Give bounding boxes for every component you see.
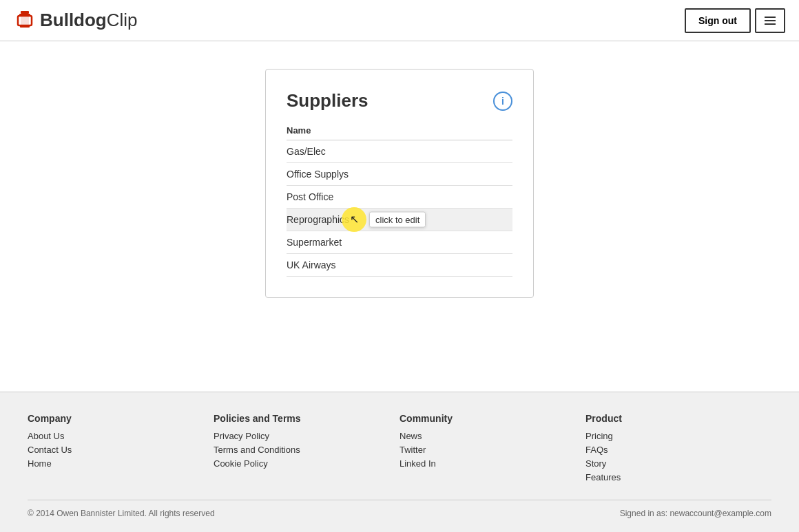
logo[interactable]: BulldogClip bbox=[14, 10, 138, 32]
svg-rect-3 bbox=[21, 16, 29, 25]
footer-col: ProductPricingFAQsStoryFeatures bbox=[585, 413, 771, 486]
footer-col: CompanyAbout UsContact UsHome bbox=[28, 413, 214, 486]
suppliers-tbody: Gas/ElecOffice SupplysPost OfficeReprogr… bbox=[287, 140, 512, 277]
signed-in: Signed in as: newaccount@example.com bbox=[620, 509, 771, 518]
footer-link[interactable]: News bbox=[400, 431, 585, 441]
footer-bottom: © 2014 Owen Bannister Limited. All right… bbox=[28, 500, 771, 518]
footer-columns: CompanyAbout UsContact UsHomePolicies an… bbox=[28, 413, 771, 486]
row-name[interactable]: UK Airways bbox=[287, 254, 512, 277]
footer-col-title: Policies and Terms bbox=[214, 413, 400, 424]
footer-link[interactable]: About Us bbox=[28, 431, 214, 441]
copyright: © 2014 Owen Bannister Limited. All right… bbox=[28, 509, 215, 518]
footer-col-title: Community bbox=[400, 413, 585, 424]
row-name: Reprographics bbox=[287, 214, 349, 225]
svg-rect-0 bbox=[21, 11, 29, 14]
card-title: Suppliers bbox=[287, 90, 368, 111]
table-row[interactable]: Office Supplys bbox=[287, 163, 512, 186]
row-name[interactable]: Supermarket bbox=[287, 231, 512, 254]
footer: CompanyAbout UsContact UsHomePolicies an… bbox=[0, 392, 799, 532]
table-header: Name bbox=[287, 123, 512, 140]
footer-link[interactable]: Story bbox=[585, 458, 771, 469]
svg-rect-4 bbox=[20, 25, 30, 28]
menu-line-2 bbox=[765, 20, 776, 21]
header: BulldogClip Sign out bbox=[0, 0, 799, 41]
table-row[interactable]: Reprographics↖click to edit bbox=[287, 209, 512, 231]
footer-col: Policies and TermsPrivacy PolicyTerms an… bbox=[214, 413, 400, 486]
footer-link[interactable]: Twitter bbox=[400, 445, 585, 455]
menu-line-1 bbox=[765, 17, 776, 18]
suppliers-card: Suppliers i Name Gas/ElecOffice SupplysP… bbox=[265, 69, 534, 298]
footer-col-title: Company bbox=[28, 413, 214, 424]
suppliers-table: Name Gas/ElecOffice SupplysPost OfficeRe… bbox=[287, 123, 512, 277]
footer-link[interactable]: Privacy Policy bbox=[214, 431, 400, 441]
menu-line-3 bbox=[765, 23, 776, 25]
footer-link[interactable]: Cookie Policy bbox=[214, 458, 400, 469]
footer-link[interactable]: FAQs bbox=[585, 445, 771, 455]
footer-link[interactable]: Home bbox=[28, 458, 214, 469]
menu-button[interactable] bbox=[755, 8, 785, 33]
footer-link[interactable]: Linked In bbox=[400, 458, 585, 469]
cursor-arrow-icon: ↖ bbox=[350, 214, 359, 225]
edit-tooltip: click to edit bbox=[369, 212, 426, 228]
footer-link[interactable]: Terms and Conditions bbox=[214, 445, 400, 455]
table-row[interactable]: Gas/Elec bbox=[287, 140, 512, 163]
footer-col-title: Product bbox=[585, 413, 771, 424]
footer-link[interactable]: Contact Us bbox=[28, 445, 214, 455]
row-name[interactable]: Office Supplys bbox=[287, 163, 512, 186]
row-name[interactable]: Post Office bbox=[287, 186, 512, 209]
table-row[interactable]: Post Office bbox=[287, 186, 512, 209]
main-content: Suppliers i Name Gas/ElecOffice SupplysP… bbox=[0, 41, 799, 392]
footer-link[interactable]: Features bbox=[585, 472, 771, 482]
logo-icon bbox=[14, 10, 36, 32]
info-icon[interactable]: i bbox=[493, 92, 512, 111]
signout-button[interactable]: Sign out bbox=[685, 8, 751, 33]
logo-text: BulldogClip bbox=[40, 10, 138, 31]
card-header: Suppliers i bbox=[287, 90, 512, 111]
table-row[interactable]: UK Airways bbox=[287, 254, 512, 277]
header-buttons: Sign out bbox=[685, 8, 785, 33]
footer-col: CommunityNewsTwitterLinked In bbox=[400, 413, 585, 486]
column-name-header: Name bbox=[287, 123, 512, 140]
table-row[interactable]: Supermarket bbox=[287, 231, 512, 254]
cursor-indicator: ↖ bbox=[342, 207, 366, 232]
footer-link[interactable]: Pricing bbox=[585, 431, 771, 441]
row-name[interactable]: Gas/Elec bbox=[287, 140, 512, 163]
